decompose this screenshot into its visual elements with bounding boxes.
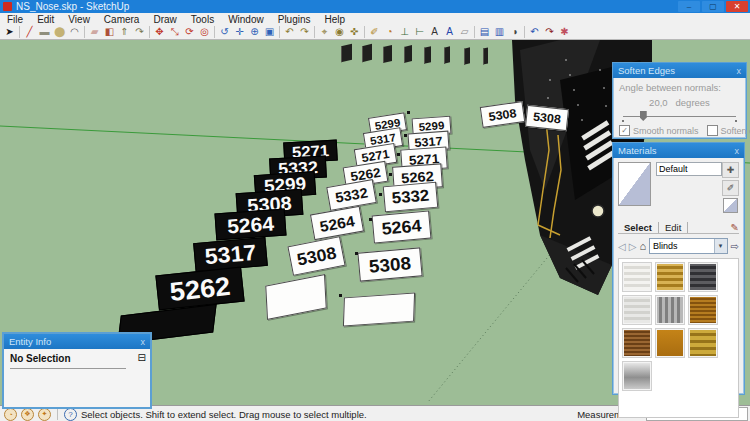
menu-camera[interactable]: Camera [97,14,147,25]
offset-tool-icon[interactable]: ◎ [197,26,212,39]
section-plane-tool-icon[interactable]: ▱ [457,26,472,39]
protractor-tool-icon[interactable]: ◔ [382,26,397,39]
forward-arrow-icon[interactable]: ▷ [629,241,637,252]
entity-info-header[interactable]: Entity Info x [4,334,150,349]
set-default-paint-icon[interactable]: ✐ [722,180,739,196]
edge-on-plate[interactable] [383,45,392,63]
materials-close-icon[interactable]: x [735,146,740,156]
smooth-normals-option[interactable]: ✓ Smooth normals [619,125,699,136]
material-swatch-silver-metal[interactable] [622,361,652,391]
next-view-icon[interactable]: ↷ [542,26,557,39]
dropdown-arrow-icon[interactable]: ▾ [714,239,727,253]
tab-select[interactable]: Select [618,222,659,233]
look-around-tool-icon[interactable]: ◉ [332,26,347,39]
move-tool-icon[interactable]: ✥ [152,26,167,39]
number-plate-5308[interactable]: 5308 [525,105,569,131]
menu-file[interactable]: File [0,14,30,25]
help-question-icon[interactable]: ? [64,408,77,421]
create-material-icon[interactable]: ✚ [722,162,739,178]
material-swatch-gold-blinds[interactable] [655,262,685,292]
tab-edit[interactable]: Edit [659,222,688,233]
guide-point[interactable] [407,111,410,114]
plugin-icon[interactable]: ✱ [557,26,572,39]
default-material-thumb[interactable] [723,198,738,213]
edge-on-plate[interactable] [464,47,470,64]
close-button[interactable]: ✕ [726,1,748,12]
materials-header[interactable]: Materials x [613,143,744,158]
paint-bucket-tool-icon[interactable]: ◧ [102,26,117,39]
material-swatch-amber-wood-blinds[interactable] [688,295,718,325]
material-swatch-light-gray-blinds[interactable] [622,295,652,325]
entity-info-close-icon[interactable]: x [141,337,146,347]
arc-tool-icon[interactable]: ◠ [67,26,82,39]
menu-help[interactable]: Help [318,14,353,25]
soften-coplanar-option[interactable]: Soften coplanar [707,125,750,136]
threed-text-tool-icon[interactable]: A [442,26,457,39]
zoom-tool-icon[interactable]: ⊕ [247,26,262,39]
circle-tool-icon[interactable]: ⬤ [52,26,67,39]
minimize-button[interactable]: – [678,1,700,12]
edge-on-plate[interactable] [444,46,450,63]
in-model-home-icon[interactable]: ⌂ [639,240,646,252]
push-pull-tool-icon[interactable]: ⇑ [117,26,132,39]
shadows-icon[interactable]: ◑ [507,26,522,39]
edge-on-plate[interactable] [404,45,412,63]
menu-edit[interactable]: Edit [30,14,61,25]
axes-tool-icon[interactable]: ⊥ [397,26,412,39]
material-swatch-orange-blinds[interactable] [655,328,685,358]
detail-arrow-icon[interactable]: ⇨ [731,241,739,252]
menu-plugins[interactable]: Plugins [271,14,318,25]
soften-edges-header[interactable]: Soften Edges x [613,63,746,78]
geolocation-icon[interactable]: ◔ [4,408,17,421]
material-name-input[interactable] [656,162,722,176]
angle-slider[interactable] [621,110,738,122]
slider-thumb[interactable] [640,111,647,121]
number-plate-5264[interactable]: 5264 [214,209,286,241]
guide-point[interactable] [397,153,400,156]
number-plate-5264[interactable]: 5264 [372,211,432,244]
previous-view-icon[interactable]: ↶ [527,26,542,39]
maximize-button[interactable]: ▢ [702,1,724,12]
select-tool-icon[interactable]: ➤ [2,26,17,39]
layers-icon[interactable]: ▤ [477,26,492,39]
rotate-tool-icon[interactable]: ⟳ [182,26,197,39]
material-swatch-brown-slat-blinds[interactable] [622,328,652,358]
rectangle-tool-icon[interactable]: ▬ [37,26,52,39]
menu-tools[interactable]: Tools [184,14,221,25]
back-arrow-icon[interactable]: ◁ [618,241,626,252]
follow-me-tool-icon[interactable]: ↷ [132,26,147,39]
tape-measure-tool-icon[interactable]: ✐ [367,26,382,39]
pan-tool-icon[interactable]: ✛ [232,26,247,39]
collection-dropdown[interactable]: Blinds ▾ [649,238,728,254]
material-swatch-white-blinds[interactable] [622,262,652,292]
redo-icon[interactable]: ↷ [297,26,312,39]
scale-tool-icon[interactable]: ⤡ [167,26,182,39]
material-swatch-gold-horizontal-blinds[interactable] [688,328,718,358]
guide-point[interactable] [389,173,392,176]
walk-tool-icon[interactable]: ✜ [347,26,362,39]
menu-draw[interactable]: Draw [146,14,183,25]
menu-view[interactable]: View [61,14,97,25]
scenes-icon[interactable]: ▥ [492,26,507,39]
guide-point[interactable] [339,294,342,297]
sample-eyedropper-icon[interactable]: ✎ [731,222,739,233]
soften-coplanar-checkbox[interactable] [707,125,718,136]
guide-point[interactable] [355,252,358,255]
edge-on-plate[interactable] [483,47,488,64]
smooth-normals-checkbox[interactable]: ✓ [619,125,630,136]
edge-on-plate[interactable] [424,46,431,64]
line-tool-icon[interactable]: ╱ [22,26,37,39]
menu-window[interactable]: Window [221,14,271,25]
orbit-tool-icon[interactable]: ↺ [217,26,232,39]
position-camera-tool-icon[interactable]: ⌖ [317,26,332,39]
toggle-details-icon[interactable]: ⊟ [138,352,146,363]
edge-on-plate[interactable] [362,44,372,62]
undo-icon[interactable]: ↶ [282,26,297,39]
guide-point[interactable] [404,134,407,137]
material-swatch-dark-gray-blinds[interactable] [688,262,718,292]
guide-point[interactable] [379,193,382,196]
blank-plate[interactable] [343,292,415,326]
number-plate-5332[interactable]: 5332 [383,182,439,213]
guide-point[interactable] [369,218,372,221]
credits-icon[interactable]: ❖ [21,408,34,421]
